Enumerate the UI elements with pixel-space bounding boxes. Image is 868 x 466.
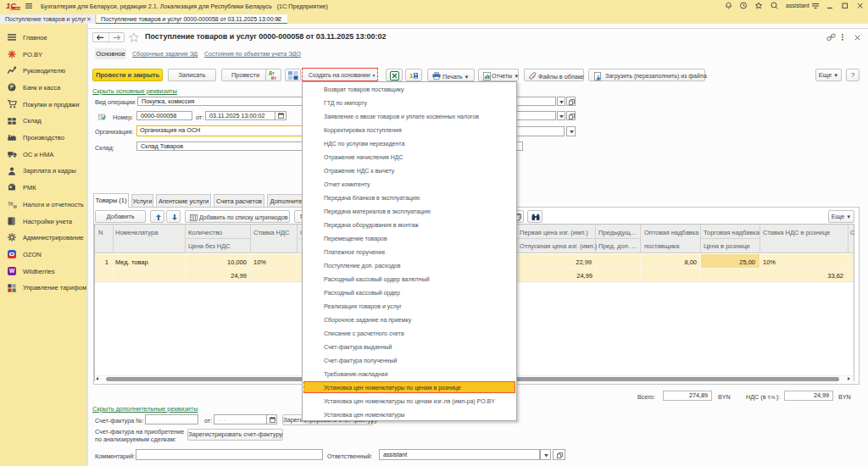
svg-text:P: P (10, 84, 14, 90)
svg-text:1: 1 (409, 72, 414, 80)
svg-text:assistant: assistant (786, 3, 810, 8)
svg-text:%: % (8, 200, 14, 208)
svg-text:W: W (9, 268, 15, 274)
